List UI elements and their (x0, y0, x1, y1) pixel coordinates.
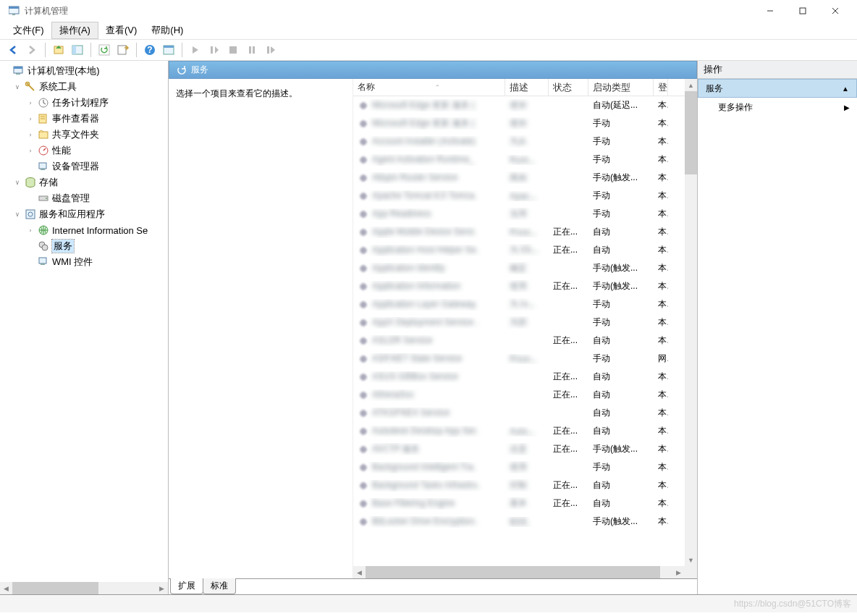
service-row[interactable]: Apple Mobile Device Servi.Provi...正在...自… (353, 223, 685, 241)
menu-action[interactable]: 操作(A) (51, 22, 98, 39)
tools-icon (25, 81, 36, 93)
view-mode-button[interactable] (160, 41, 177, 59)
column-description[interactable]: 描述 (505, 79, 549, 96)
tree-device-manager[interactable]: 设备管理器 (0, 159, 168, 174)
tree-task-scheduler[interactable]: › 任务计划程序 (0, 95, 168, 111)
start-service-button[interactable] (187, 41, 204, 59)
service-row[interactable]: Application Identity确定手动(触发...本 (353, 259, 685, 277)
actions-services-row[interactable]: 服务 ▲ (698, 79, 857, 98)
svg-rect-2 (12, 14, 15, 15)
performance-icon (38, 145, 49, 156)
service-row[interactable]: Base Filtering Engine基本正在...自动本 (353, 494, 685, 512)
services-title: 服务 (191, 64, 208, 76)
menu-file[interactable]: 文件(F) (6, 22, 51, 39)
tree-label: 性能 (52, 144, 71, 157)
service-row[interactable]: Agent Activation Runtime_Runt...手动本 (353, 151, 685, 169)
tree-label: 任务计划程序 (52, 96, 109, 109)
gear-icon (358, 136, 369, 148)
main-area: 计算机管理(本地) ∨ 系统工具 › 任务计划程序 › 事件查看器 › 共享文件… (0, 61, 857, 595)
restart-service-button[interactable] (262, 41, 279, 59)
service-logon: 本 (654, 443, 668, 455)
back-button[interactable] (4, 41, 22, 59)
tree-services[interactable]: 服务 (0, 238, 168, 254)
service-desc: 确定 (510, 263, 527, 273)
service-row[interactable]: Microsoft Edge 更新 服务 (使你自动(延迟...本 (353, 96, 685, 114)
service-row[interactable]: Background Tasks Infrastru.控制正在...自动本 (353, 476, 685, 494)
service-row[interactable]: AthenaSvc正在...自动本 (353, 386, 685, 404)
separator (90, 43, 91, 57)
service-name: Background Intelligent Tra. (372, 462, 476, 472)
service-row[interactable]: Application Host Helper Se.为 IIS...正在...… (353, 241, 685, 259)
service-startup: 自动 (588, 371, 654, 383)
service-startup: 手动(触发... (588, 515, 654, 528)
forward-button[interactable] (23, 41, 41, 59)
service-row[interactable]: ASP.NET State ServiceProvi...手动网 (353, 350, 685, 368)
tree-root[interactable]: 计算机管理(本地) (0, 63, 168, 79)
refresh-button[interactable] (96, 41, 113, 59)
service-row[interactable]: Microsoft Edge 更新 服务 (使你手动本 (353, 114, 685, 132)
service-startup: 手动 (588, 190, 654, 202)
column-logon[interactable]: 登 (654, 79, 668, 96)
column-startup[interactable]: 启动类型 (588, 79, 654, 96)
service-row[interactable]: Autodesk Desktop App Ser.Auto...正在...自动本 (353, 422, 685, 440)
svg-text:?: ? (147, 45, 152, 55)
service-name: Autodesk Desktop App Ser. (372, 426, 478, 436)
service-name: Allspin Router Service (372, 172, 457, 182)
service-row[interactable]: Allspin Router Service路由手动(触发...本 (353, 169, 685, 187)
horizontal-scrollbar[interactable]: ◀▶ (353, 566, 685, 578)
tree-performance[interactable]: › 性能 (0, 143, 168, 159)
service-row[interactable]: ATKGFNEX Service自动本 (353, 404, 685, 422)
service-row[interactable]: Background Intelligent Tra.使用手动本 (353, 458, 685, 476)
column-name[interactable]: 名称⌃ (353, 79, 505, 96)
service-logon: 本 (654, 479, 668, 491)
tree-label: WMI 控件 (52, 256, 93, 269)
close-button[interactable] (819, 0, 851, 22)
maximize-button[interactable] (786, 0, 819, 22)
service-row[interactable]: App Readiness当用手动本 (353, 205, 685, 223)
tree-wmi[interactable]: WMI 控件 (0, 254, 168, 270)
minimize-button[interactable] (753, 0, 786, 22)
tree-horizontal-scrollbar[interactable]: ◀▶ (0, 582, 168, 594)
pause-button[interactable] (243, 41, 261, 59)
refresh-icon[interactable] (175, 64, 187, 76)
tree-iis[interactable]: › Internet Information Se (0, 222, 168, 238)
help-button[interactable]: ? (141, 41, 159, 59)
service-row[interactable]: ASLDR Service正在...自动本 (353, 332, 685, 350)
tree-storage[interactable]: ∨ 存储 (0, 174, 168, 190)
gear-icon (358, 335, 369, 347)
tree-event-viewer[interactable]: › 事件查看器 (0, 111, 168, 127)
service-row[interactable]: ASUS GiftBox Service正在...自动本 (353, 368, 685, 386)
svg-rect-20 (267, 46, 269, 54)
actions-more-row[interactable]: 更多操作 ▶ (698, 98, 857, 117)
service-row[interactable]: AVCTP 服务这是正在...手动(触发...本 (353, 440, 685, 458)
tab-standard[interactable]: 标准 (203, 578, 236, 594)
tree-services-apps[interactable]: ∨ 服务和应用程序 (0, 206, 168, 222)
tree-disk-management[interactable]: 磁盘管理 (0, 190, 168, 206)
service-row[interactable]: AppX Deployment Service .为部手动本 (353, 313, 685, 332)
stop-service-button[interactable] (224, 41, 242, 59)
column-status[interactable]: 状态 (549, 79, 588, 96)
vertical-scrollbar[interactable]: ▲▼ (685, 79, 697, 566)
service-desc: Apac... (510, 191, 536, 201)
menu-view[interactable]: 查看(V) (98, 22, 144, 39)
service-row[interactable]: Application Information使用正在...手动(触发...本 (353, 277, 685, 295)
tab-extended[interactable]: 扩展 (170, 578, 203, 594)
service-row[interactable]: Account Installer (Activate)为从手动本 (353, 132, 685, 151)
up-button[interactable] (50, 41, 67, 59)
service-name: BitLocker Drive Encryption. (372, 516, 477, 526)
pause-service-button[interactable] (206, 41, 223, 59)
service-row[interactable]: BitLocker Drive Encryption.BDE.手动(触发...本 (353, 512, 685, 531)
service-logon: 本 (654, 316, 668, 329)
service-row[interactable]: Application Layer Gateway.为 In...手动本 (353, 295, 685, 313)
service-desc: 控制 (510, 480, 527, 490)
service-row[interactable]: Apache Tomcat 8.5 Tomca.Apac...手动本 (353, 187, 685, 205)
show-hide-tree-button[interactable] (69, 41, 86, 59)
export-list-button[interactable] (114, 41, 132, 59)
menu-help[interactable]: 帮助(H) (144, 22, 190, 39)
tree-shared-folders[interactable]: › 共享文件夹 (0, 127, 168, 143)
gear-icon (358, 371, 369, 383)
service-status: 正在... (549, 479, 588, 491)
event-viewer-icon (38, 113, 49, 125)
service-logon: 本 (654, 244, 668, 256)
tree-system-tools[interactable]: ∨ 系统工具 (0, 79, 168, 95)
